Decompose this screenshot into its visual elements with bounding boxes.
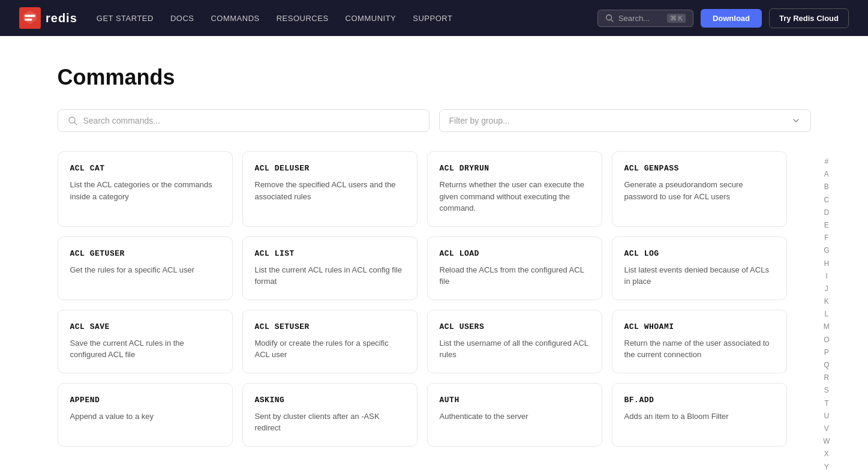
alpha-nav-L[interactable]: L xyxy=(824,309,828,320)
alphabet-nav: #ABCDEFGHIJKLMOPQRSTUVWXYZ xyxy=(823,156,830,475)
command-card[interactable]: ACL USERS List the username of all the c… xyxy=(427,310,602,373)
alpha-nav-W[interactable]: W xyxy=(823,436,830,447)
alpha-nav-Z[interactable]: Z xyxy=(824,474,828,475)
command-card[interactable]: ACL GETUSER Get the rules for a specific… xyxy=(58,236,233,300)
command-desc: Save the current ACL rules in the config… xyxy=(70,337,220,361)
command-card[interactable]: ACL DELUSER Remove the specified ACL use… xyxy=(242,151,418,227)
command-card[interactable]: ACL LOG List latest events denied becaus… xyxy=(612,236,787,300)
command-name: ACL SAVE xyxy=(70,322,220,331)
command-desc: Return the name of the user associated t… xyxy=(624,337,774,361)
nav-get-started[interactable]: GET STARTED xyxy=(97,14,154,23)
search-commands-icon xyxy=(68,116,77,125)
filters-row: Search commands... Filter by group... xyxy=(58,109,811,132)
alpha-nav-B[interactable]: B xyxy=(824,181,829,193)
nav-support[interactable]: SUPPORT xyxy=(413,14,452,23)
global-search-box[interactable]: Search... ⌘ K xyxy=(597,10,693,27)
search-kbd: ⌘ K xyxy=(667,14,686,23)
alpha-nav-M[interactable]: M xyxy=(824,321,830,333)
command-desc: Adds an item to a Bloom Filter xyxy=(624,411,774,423)
command-desc: Generate a pseudorandom secure password … xyxy=(624,179,774,202)
command-search-input[interactable]: Search commands... xyxy=(58,109,430,132)
command-card[interactable]: ASKING Sent by cluster clients after an … xyxy=(242,383,418,447)
search-placeholder: Search... xyxy=(618,14,650,23)
command-desc: List the username of all the configured … xyxy=(440,337,590,361)
alpha-nav-S[interactable]: S xyxy=(824,385,829,396)
command-name: APPEND xyxy=(70,396,220,405)
alpha-nav-G[interactable]: G xyxy=(824,245,829,256)
nav-docs[interactable]: DOCS xyxy=(170,14,194,23)
command-name: ACL LIST xyxy=(255,249,405,258)
alpha-nav-A[interactable]: A xyxy=(824,169,829,180)
command-desc: List latest events denied because of ACL… xyxy=(624,264,774,288)
nav-links: GET STARTED DOCS COMMANDS RESOURCES COMM… xyxy=(97,14,578,23)
command-name: ACL DRYRUN xyxy=(440,164,590,173)
filter-group-dropdown[interactable]: Filter by group... xyxy=(439,109,811,132)
svg-line-7 xyxy=(74,122,77,125)
command-desc: Authenticate to the server xyxy=(440,411,590,423)
command-name: ACL DELUSER xyxy=(255,164,405,173)
logo-link[interactable]: redis xyxy=(19,7,77,29)
command-desc: List the current ACL rules in ACL config… xyxy=(255,264,405,288)
alpha-nav-I[interactable]: I xyxy=(825,271,827,282)
command-name: ACL USERS xyxy=(440,322,590,331)
alpha-nav-P[interactable]: P xyxy=(824,347,829,358)
command-desc: Sent by cluster clients after an -ASK re… xyxy=(255,411,405,434)
command-name: BF.ADD xyxy=(624,396,774,405)
chevron-down-icon xyxy=(791,116,801,125)
command-name: ACL SETUSER xyxy=(255,322,405,331)
command-card[interactable]: ACL SAVE Save the current ACL rules in t… xyxy=(58,310,233,373)
command-card[interactable]: ACL CAT List the ACL categories or the c… xyxy=(58,151,233,227)
alpha-nav-#[interactable]: # xyxy=(824,156,828,167)
command-card[interactable]: ACL DRYRUN Returns whether the user can … xyxy=(427,151,602,227)
search-icon xyxy=(605,14,614,22)
logo-text: redis xyxy=(46,11,77,25)
command-name: ACL GETUSER xyxy=(70,249,220,258)
command-card[interactable]: ACL LIST List the current ACL rules in A… xyxy=(242,236,418,300)
alpha-nav-H[interactable]: H xyxy=(824,258,830,270)
command-card[interactable]: APPEND Append a value to a key xyxy=(58,383,233,447)
alpha-nav-U[interactable]: U xyxy=(824,411,830,422)
command-desc: Reload the ACLs from the configured ACL … xyxy=(440,264,590,288)
command-name: ACL LOAD xyxy=(440,249,590,258)
alpha-nav-Q[interactable]: Q xyxy=(824,360,829,371)
nav-resources[interactable]: RESOURCES xyxy=(277,14,329,23)
command-name: ACL WHOAMI xyxy=(624,322,774,331)
command-desc: Modify or create the rules for a specifi… xyxy=(255,337,405,361)
command-card[interactable]: ACL WHOAMI Return the name of the user a… xyxy=(612,310,787,373)
command-name: ASKING xyxy=(255,396,405,405)
command-card[interactable]: BF.ADD Adds an item to a Bloom Filter xyxy=(612,383,787,447)
alpha-nav-R[interactable]: R xyxy=(824,372,830,384)
nav-community[interactable]: COMMUNITY xyxy=(346,14,397,23)
commands-grid: ACL CAT List the ACL categories or the c… xyxy=(58,151,787,447)
alpha-nav-D[interactable]: D xyxy=(824,207,830,218)
alpha-nav-C[interactable]: C xyxy=(824,194,830,206)
alpha-nav-J[interactable]: J xyxy=(825,283,828,295)
command-name: ACL GENPASS xyxy=(624,164,774,173)
svg-line-5 xyxy=(611,20,614,22)
command-card[interactable]: ACL SETUSER Modify or create the rules f… xyxy=(242,310,418,373)
command-card[interactable]: AUTH Authenticate to the server xyxy=(427,383,602,447)
download-button[interactable]: Download xyxy=(701,9,762,28)
command-desc: Append a value to a key xyxy=(70,411,220,423)
alpha-nav-O[interactable]: O xyxy=(824,334,829,346)
svg-rect-3 xyxy=(25,19,32,21)
try-cloud-button[interactable]: Try Redis Cloud xyxy=(769,8,849,28)
main-content: Commands Search commands... Filter by gr… xyxy=(38,36,830,475)
command-desc: Get the rules for a specific ACL user xyxy=(70,264,220,276)
alpha-nav-X[interactable]: X xyxy=(824,448,829,460)
alpha-nav-F[interactable]: F xyxy=(824,232,828,244)
command-card[interactable]: ACL LOAD Reload the ACLs from the config… xyxy=(427,236,602,300)
alpha-nav-K[interactable]: K xyxy=(824,296,829,307)
alpha-nav-E[interactable]: E xyxy=(824,220,829,231)
redis-logo-icon xyxy=(19,7,41,29)
command-card[interactable]: ACL GENPASS Generate a pseudorandom secu… xyxy=(612,151,787,227)
alpha-nav-Y[interactable]: Y xyxy=(824,462,829,473)
command-desc: Remove the specified ACL users and the a… xyxy=(255,179,405,202)
alpha-nav-T[interactable]: T xyxy=(824,398,828,409)
alpha-nav-V[interactable]: V xyxy=(824,423,829,435)
command-name: ACL CAT xyxy=(70,164,220,173)
filter-placeholder: Filter by group... xyxy=(449,116,510,125)
command-desc: Returns whether the user can execute the… xyxy=(440,179,590,214)
command-name: ACL LOG xyxy=(624,249,774,258)
nav-commands[interactable]: COMMANDS xyxy=(211,14,259,23)
